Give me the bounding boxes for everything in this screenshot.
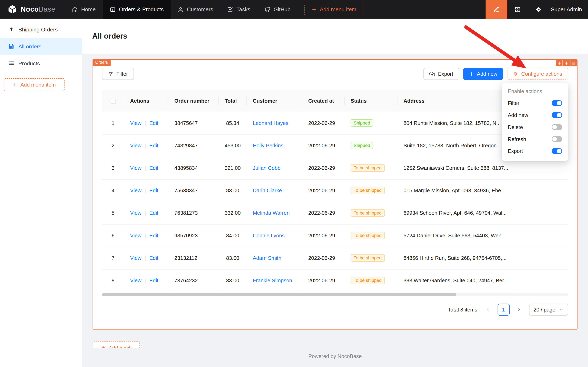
horizontal-scrollbar[interactable] [102, 293, 568, 296]
page-number-button[interactable]: 1 [497, 303, 510, 316]
table-header-row: Actions Order number Total Customer Crea… [102, 90, 568, 112]
order-number-cell: 75638347 [168, 179, 219, 202]
settings-button[interactable] [528, 0, 549, 19]
customer-link[interactable]: Frankie Simpson [253, 277, 292, 283]
address-cell: 84856 Hirthe Run, Suite 268, 94754-6705,… [397, 247, 568, 269]
dropdown-item-delete[interactable]: Delete [503, 121, 567, 133]
sidebar: Shipping Orders All orders Products Add … [0, 19, 82, 367]
refresh-toggle[interactable] [552, 136, 562, 142]
edit-link[interactable]: Edit [149, 255, 158, 261]
view-link[interactable]: View [130, 210, 141, 216]
dropdown-item-refresh[interactable]: Refresh [503, 133, 567, 145]
address-cell: 383 Walter Gardens, Suite 040, 24947, Be… [397, 269, 568, 292]
page-content: Orders [82, 54, 588, 367]
filter-button[interactable]: Filter [102, 68, 134, 80]
next-page-button[interactable] [513, 303, 525, 316]
delete-toggle[interactable] [552, 124, 562, 130]
dropdown-item-filter[interactable]: Filter [503, 97, 567, 109]
row-actions-cell: ViewEdit [124, 157, 168, 179]
add-block-button[interactable]: Add block [93, 341, 140, 348]
created-at-cell: 2022-06-29 [302, 269, 345, 292]
edit-link[interactable]: Edit [149, 120, 158, 126]
view-link[interactable]: View [130, 165, 141, 171]
menu-icon[interactable] [571, 60, 577, 66]
sidebar-item-label: Products [18, 60, 40, 66]
select-all-header [102, 90, 124, 112]
home-icon [72, 7, 78, 12]
customer-link[interactable]: Adam Smith [253, 255, 281, 261]
plus-square-icon[interactable] [563, 60, 570, 66]
page-header: All orders [82, 19, 588, 54]
orders-table-block: Orders [93, 59, 578, 329]
order-number-cell: 73764232 [168, 269, 219, 292]
edit-link[interactable]: Edit [149, 187, 158, 193]
edit-link[interactable]: Edit [149, 142, 158, 148]
column-header-actions: Actions [124, 90, 168, 112]
table-toolbar: Filter Export [102, 68, 568, 80]
total-cell: 83.00 [219, 247, 247, 269]
nav-item-customers[interactable]: Customers [171, 0, 220, 19]
nav-item-orders-products[interactable]: Orders & Products [103, 0, 171, 19]
view-link[interactable]: View [130, 277, 141, 283]
view-link[interactable]: View [130, 120, 141, 126]
page-size-select[interactable]: 20 / page [529, 303, 568, 316]
sidebar-add-menu-item-button[interactable]: Add menu item [4, 78, 65, 91]
edit-link[interactable]: Edit [149, 233, 158, 238]
main-menu: Home Orders & Products Customers Tasks [65, 0, 298, 19]
page-title: All orders [92, 32, 127, 41]
dropdown-item-add-new[interactable]: Add new [503, 109, 567, 121]
ui-editor-toggle-button[interactable] [486, 0, 507, 19]
dropdown-item-export[interactable]: Export [503, 145, 567, 157]
horizontal-scrollbar-thumb[interactable] [102, 293, 456, 296]
plugins-button[interactable] [507, 0, 528, 19]
column-header-customer: Customer [247, 90, 302, 112]
plus-square-icon[interactable] [556, 60, 563, 66]
view-link[interactable]: View [130, 255, 141, 261]
customer-link[interactable]: Darin Clarke [253, 187, 282, 193]
edit-link[interactable]: Edit [149, 165, 158, 171]
sidebar-item-products[interactable]: Products [0, 55, 82, 72]
current-user[interactable]: Super Admin [551, 6, 582, 12]
export-toggle[interactable] [552, 148, 562, 154]
prev-page-button[interactable] [482, 303, 494, 316]
row-actions-cell: ViewEdit [124, 247, 168, 269]
customer-cell: Holly Perkins [247, 134, 302, 157]
customer-cell: Melinda Warren [247, 202, 302, 224]
sidebar-item-all-orders[interactable]: All orders [0, 38, 82, 55]
customer-link[interactable]: Connie Lyons [253, 233, 285, 238]
select-all-checkbox[interactable] [110, 99, 116, 104]
customer-link[interactable]: Julian Cobb [253, 165, 280, 171]
view-link[interactable]: View [130, 142, 141, 148]
customer-cell: Connie Lyons [247, 224, 302, 247]
nocobase-logo-icon [8, 5, 17, 14]
view-link[interactable]: View [130, 233, 141, 238]
export-button[interactable]: Export [423, 68, 459, 80]
enable-actions-dropdown: Enable actions Filter Add new Delete [502, 83, 568, 161]
add-new-button[interactable]: Add new [463, 68, 503, 80]
sidebar-item-shipping-orders[interactable]: Shipping Orders [0, 21, 82, 38]
customer-link[interactable]: Holly Perkins [253, 142, 283, 148]
status-badge: Shipped [351, 119, 373, 127]
navbar-add-menu-item-button[interactable]: Add menu item [304, 3, 363, 16]
action-divider [145, 143, 146, 148]
table-row: 2 ViewEdit 74829847 453.00 Holly Perkins… [102, 134, 568, 157]
edit-link[interactable]: Edit [149, 277, 158, 283]
add-new-toggle[interactable] [552, 112, 562, 118]
brand[interactable]: NocoBase [8, 5, 55, 14]
row-actions-cell: ViewEdit [124, 202, 168, 224]
row-index: 7 [102, 247, 124, 269]
nav-item-home[interactable]: Home [65, 0, 103, 19]
action-divider [145, 234, 146, 238]
filter-toggle[interactable] [552, 100, 562, 106]
edit-link[interactable]: Edit [149, 210, 158, 216]
cloud-upload-icon [429, 71, 435, 77]
created-at-cell: 2022-06-29 [302, 202, 345, 224]
created-at-cell: 2022-06-29 [302, 157, 345, 179]
view-link[interactable]: View [130, 187, 141, 193]
nav-item-tasks[interactable]: Tasks [220, 0, 257, 19]
customer-link[interactable]: Leonard Hayes [253, 120, 288, 126]
configure-actions-button[interactable]: Configure actions [507, 68, 568, 80]
customer-link[interactable]: Melinda Warren [253, 210, 290, 216]
nav-item-github[interactable]: GitHub [257, 0, 298, 19]
status-cell: To be shipped [345, 157, 397, 179]
